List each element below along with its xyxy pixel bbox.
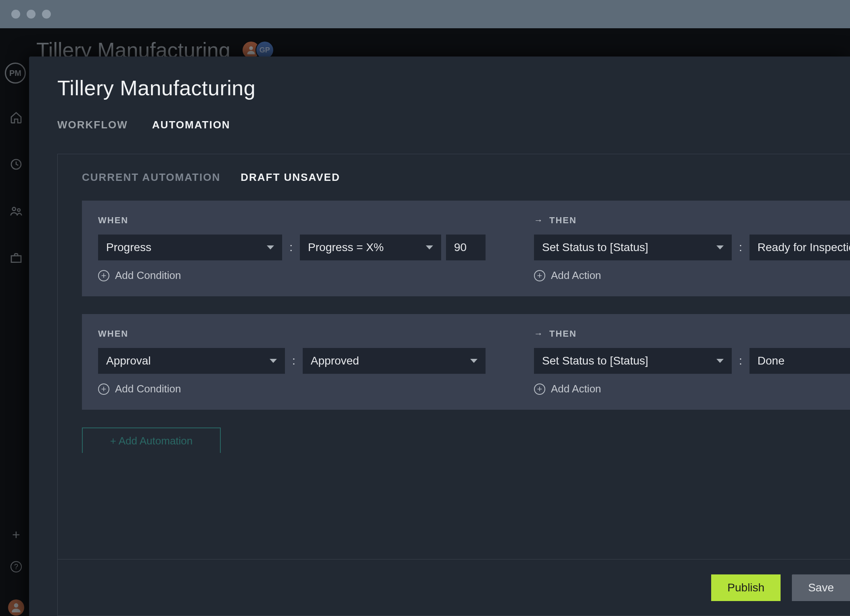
svg-point-23 bbox=[17, 209, 20, 212]
briefcase-icon[interactable] bbox=[10, 251, 23, 266]
when-operator-select[interactable]: Progress = X% bbox=[300, 235, 441, 260]
plus-circle-icon: + bbox=[534, 270, 545, 281]
svg-rect-24 bbox=[11, 256, 21, 262]
when-label: WHEN bbox=[98, 215, 486, 226]
publish-button[interactable]: Publish bbox=[711, 574, 781, 601]
chevron-down-icon bbox=[426, 245, 433, 249]
colon: : bbox=[737, 354, 745, 367]
then-label: → THEN bbox=[534, 215, 850, 226]
add-icon[interactable]: + bbox=[12, 527, 20, 543]
when-value-input[interactable]: 90 bbox=[446, 235, 486, 260]
then-action-select[interactable]: Set Status to [Status] bbox=[534, 235, 732, 260]
add-condition-label: Add Condition bbox=[115, 383, 181, 395]
when-field-select[interactable]: Progress bbox=[98, 235, 282, 260]
tab-workflow[interactable]: WORKFLOW bbox=[57, 119, 128, 131]
select-value: Progress bbox=[106, 241, 151, 254]
chevron-down-icon bbox=[470, 359, 477, 363]
then-text: THEN bbox=[549, 329, 577, 339]
app-logo[interactable]: PM bbox=[5, 63, 26, 84]
rules-area: WHEN Progress : Progress = X% 90 bbox=[58, 201, 850, 559]
colon: : bbox=[737, 241, 745, 254]
chevron-down-icon bbox=[716, 359, 724, 363]
colon: : bbox=[290, 354, 298, 367]
panel-footer: Publish Save bbox=[58, 559, 850, 616]
plus-circle-icon: + bbox=[534, 383, 545, 395]
recent-icon[interactable] bbox=[10, 158, 23, 172]
plus-circle-icon: + bbox=[98, 383, 109, 395]
window-close-dot[interactable] bbox=[11, 10, 20, 19]
subtab-draft[interactable]: DRAFT UNSAVED bbox=[241, 171, 340, 184]
team-icon[interactable] bbox=[10, 205, 23, 219]
add-condition-label: Add Condition bbox=[115, 269, 181, 282]
chevron-down-icon bbox=[267, 245, 274, 249]
add-condition-button[interactable]: + Add Condition bbox=[98, 383, 486, 395]
arrow-right-icon: → bbox=[534, 215, 544, 226]
save-button[interactable]: Save bbox=[792, 574, 850, 601]
svg-point-22 bbox=[13, 207, 16, 211]
chevron-down-icon bbox=[716, 245, 724, 249]
automation-panel: Tillery Manufacturing WORKFLOW AUTOMATIO… bbox=[29, 57, 850, 616]
left-nav-rail: + ? bbox=[0, 111, 32, 266]
select-value: Approved bbox=[311, 354, 359, 367]
tab-automation[interactable]: AUTOMATION bbox=[152, 119, 230, 131]
subtab-current[interactable]: CURRENT AUTOMATION bbox=[82, 171, 220, 184]
chevron-down-icon bbox=[270, 359, 277, 363]
arrow-right-icon: → bbox=[534, 329, 544, 339]
current-user-avatar[interactable] bbox=[8, 599, 24, 616]
then-label: → THEN bbox=[534, 329, 850, 339]
window-chrome bbox=[0, 0, 850, 28]
then-text: THEN bbox=[549, 215, 577, 226]
automation-rule: WHEN Progress : Progress = X% 90 bbox=[82, 201, 850, 296]
when-label: WHEN bbox=[98, 329, 486, 339]
select-value: Done bbox=[758, 354, 785, 367]
help-icon[interactable]: ? bbox=[10, 561, 22, 572]
select-value: Set Status to [Status] bbox=[542, 241, 648, 254]
panel-tabs: WORKFLOW AUTOMATION bbox=[57, 119, 850, 131]
automation-rule: WHEN Approval : Approved bbox=[82, 314, 850, 410]
automation-subtabs: CURRENT AUTOMATION DRAFT UNSAVED bbox=[58, 154, 850, 201]
add-automation-button[interactable]: + Add Automation bbox=[82, 427, 221, 453]
select-value: Set Status to [Status] bbox=[542, 354, 648, 367]
add-action-label: Add Action bbox=[551, 383, 601, 395]
svg-point-25 bbox=[14, 603, 19, 608]
add-action-button[interactable]: + Add Action bbox=[534, 383, 850, 395]
plus-circle-icon: + bbox=[98, 270, 109, 281]
colon: : bbox=[287, 241, 295, 254]
then-action-select[interactable]: Set Status to [Status] bbox=[534, 348, 732, 374]
add-action-label: Add Action bbox=[551, 269, 601, 282]
select-value: Approval bbox=[106, 354, 151, 367]
window-minimize-dot[interactable] bbox=[27, 10, 36, 19]
home-icon[interactable] bbox=[10, 111, 23, 126]
then-value-select[interactable]: Done bbox=[750, 348, 850, 374]
when-field-select[interactable]: Approval bbox=[98, 348, 285, 374]
select-value: Ready for Inspection bbox=[758, 241, 850, 254]
then-value-select[interactable]: Ready for Inspection bbox=[750, 235, 850, 260]
window-zoom-dot[interactable] bbox=[42, 10, 51, 19]
panel-title: Tillery Manufacturing bbox=[57, 76, 850, 100]
when-operator-select[interactable]: Approved bbox=[303, 348, 486, 374]
svg-point-0 bbox=[249, 46, 253, 50]
add-action-button[interactable]: + Add Action bbox=[534, 269, 850, 282]
select-value: Progress = X% bbox=[308, 241, 384, 254]
automation-frame: CURRENT AUTOMATION DRAFT UNSAVED WHEN Pr… bbox=[57, 154, 850, 616]
add-condition-button[interactable]: + Add Condition bbox=[98, 269, 486, 282]
